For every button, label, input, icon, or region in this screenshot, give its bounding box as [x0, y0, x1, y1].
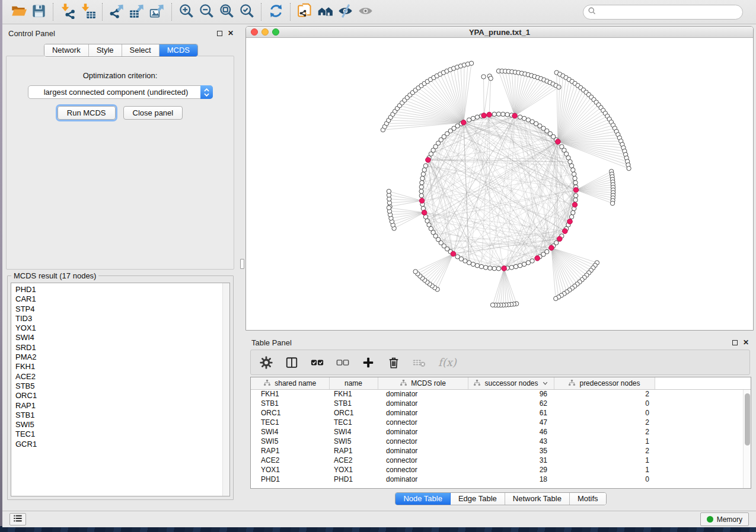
zoom-in-icon [178, 3, 194, 21]
mcds-result-group: MCDS result (17 nodes) PHD1CAR1STP4TID3Y… [7, 275, 234, 500]
close-panel-button[interactable]: Close panel [123, 106, 183, 120]
import-network-button[interactable] [58, 2, 78, 21]
refresh-icon [268, 3, 284, 21]
memory-button[interactable]: Memory [700, 512, 749, 526]
mcds-result-item[interactable]: YOX1 [15, 323, 229, 333]
apply-layout-button[interactable] [266, 2, 286, 21]
tab-node-table[interactable]: Node Table [395, 493, 451, 505]
search-field[interactable] [583, 5, 743, 20]
search-input[interactable] [596, 6, 742, 18]
table-row[interactable]: SWI4 SWI4 dominator 46 2 [251, 427, 751, 437]
mcds-result-item[interactable]: TID3 [15, 314, 229, 323]
float-panel-icon[interactable] [217, 31, 222, 36]
popup-stepper-icon [200, 85, 213, 99]
table-row[interactable]: FKH1 FKH1 dominator 96 2 [251, 389, 751, 399]
close-panel-icon[interactable]: ✕ [228, 31, 234, 36]
mcds-result-list[interactable]: PHD1CAR1STP4TID3YOX1SWI4SRD1PMA2FKH1ACE2… [11, 283, 230, 496]
splitter-grip[interactable] [240, 259, 244, 269]
export-network-button[interactable] [107, 2, 127, 21]
column-header-name[interactable]: name [329, 377, 378, 389]
select-all-button[interactable] [311, 356, 324, 369]
optimization-criterion-label: Optimization criterion: [7, 71, 234, 80]
save-session-button[interactable] [28, 2, 49, 21]
mcds-result-item[interactable]: CAR1 [15, 294, 229, 304]
network-window-titlebar[interactable]: YPA_prune.txt_1 [246, 27, 753, 38]
export-table-icon [129, 3, 145, 21]
create-column-button[interactable] [362, 356, 375, 369]
control-panel-tabs: Network Style Select MCDS [44, 44, 198, 57]
zoom-selected-button[interactable] [237, 2, 257, 21]
import-table-button[interactable] [78, 2, 98, 21]
mcds-list-scrollbar[interactable] [222, 283, 229, 496]
column-header-filler [655, 377, 751, 389]
list-icon [13, 514, 23, 525]
zoom-fit-button[interactable] [216, 2, 237, 21]
checked-boxes-icon [311, 356, 324, 369]
mcds-result-item[interactable]: RAP1 [15, 401, 229, 411]
table-scrollbar-thumb[interactable] [745, 393, 750, 446]
tab-network-table[interactable]: Network Table [505, 493, 570, 505]
mcds-result-item[interactable]: PHD1 [15, 285, 229, 294]
first-neighbors-button[interactable] [315, 2, 335, 21]
table-row[interactable]: RAP1 RAP1 dominator 35 2 [251, 446, 751, 456]
table-row[interactable]: YOX1 YOX1 connector 29 1 [251, 465, 751, 475]
table-mode-button[interactable] [260, 356, 273, 369]
mcds-result-item[interactable]: SRD1 [15, 343, 229, 352]
mcds-result-item[interactable]: STP4 [15, 305, 229, 314]
mcds-result-item[interactable]: FKH1 [15, 362, 229, 371]
show-columns-button[interactable] [285, 356, 298, 369]
mcds-result-item[interactable]: PMA2 [15, 352, 229, 362]
tab-style[interactable]: Style [89, 44, 122, 56]
export-table-button[interactable] [127, 2, 147, 21]
close-panel-icon[interactable]: ✕ [743, 340, 749, 345]
mcds-result-item[interactable]: STB1 [15, 411, 229, 420]
float-panel-icon[interactable] [732, 340, 738, 345]
column-header-shared-name[interactable]: shared name [251, 377, 329, 389]
table-row[interactable]: ACE2 ACE2 connector 31 1 [251, 456, 751, 465]
tab-motifs[interactable]: Motifs [570, 493, 606, 505]
hide-selected-button[interactable] [335, 2, 355, 21]
delete-columns-button[interactable] [387, 356, 400, 369]
zoom-out-button[interactable] [196, 2, 216, 21]
column-type-icon [568, 379, 576, 387]
network-graph[interactable] [246, 39, 753, 330]
tab-select[interactable]: Select [122, 44, 160, 56]
tab-network[interactable]: Network [44, 44, 89, 56]
show-all-button[interactable] [355, 2, 375, 21]
column-header-predecessor-nodes[interactable]: predecessor nodes [554, 377, 655, 389]
vertical-splitter[interactable] [240, 24, 245, 511]
optimization-criterion-select[interactable]: largest connected component (undirected) [28, 85, 213, 99]
import-table-icon [80, 3, 96, 21]
open-file-button[interactable] [8, 2, 28, 21]
memory-status-icon [707, 516, 713, 523]
run-mcds-button[interactable]: Run MCDS [58, 106, 116, 120]
mcds-result-item[interactable]: GCR1 [15, 440, 229, 449]
task-history-button[interactable] [9, 513, 26, 525]
deselect-all-button[interactable] [336, 356, 349, 369]
floppy-disk-icon [31, 3, 47, 21]
zoom-in-button[interactable] [176, 2, 196, 21]
mcds-result-item[interactable]: ACE2 [15, 372, 229, 382]
tab-mcds[interactable]: MCDS [160, 44, 197, 56]
column-header-successor-nodes[interactable]: successor nodes [468, 377, 554, 389]
new-network-from-selection-button[interactable] [295, 2, 315, 21]
mcds-result-item[interactable]: TEC1 [15, 430, 229, 439]
table-scrollbar[interactable] [743, 390, 751, 488]
table-row[interactable]: SWI5 SWI5 connector 43 1 [251, 437, 751, 446]
table-row[interactable]: TEC1 TEC1 connector 47 2 [251, 418, 751, 427]
mcds-result-item[interactable]: ORC1 [15, 391, 229, 400]
unchecked-boxes-icon [336, 356, 349, 369]
toolbar-separator [290, 3, 291, 21]
export-image-button[interactable] [147, 2, 167, 21]
mcds-result-item[interactable]: STB5 [15, 382, 229, 391]
table-row[interactable]: ORC1 ORC1 dominator 61 0 [251, 408, 751, 418]
mcds-result-item[interactable]: SWI4 [15, 333, 229, 342]
tab-edge-table[interactable]: Edge Table [451, 493, 505, 505]
main-toolbar [2, 0, 756, 24]
toolbar-separator [102, 3, 103, 21]
mcds-result-item[interactable]: SWI5 [15, 420, 229, 430]
network-canvas[interactable] [246, 39, 753, 330]
table-row[interactable]: STB1 STB1 dominator 62 0 [251, 399, 751, 408]
column-header-mcds-role[interactable]: MCDS role [378, 377, 468, 389]
table-row[interactable]: PHD1 PHD1 dominator 18 0 [251, 475, 751, 484]
